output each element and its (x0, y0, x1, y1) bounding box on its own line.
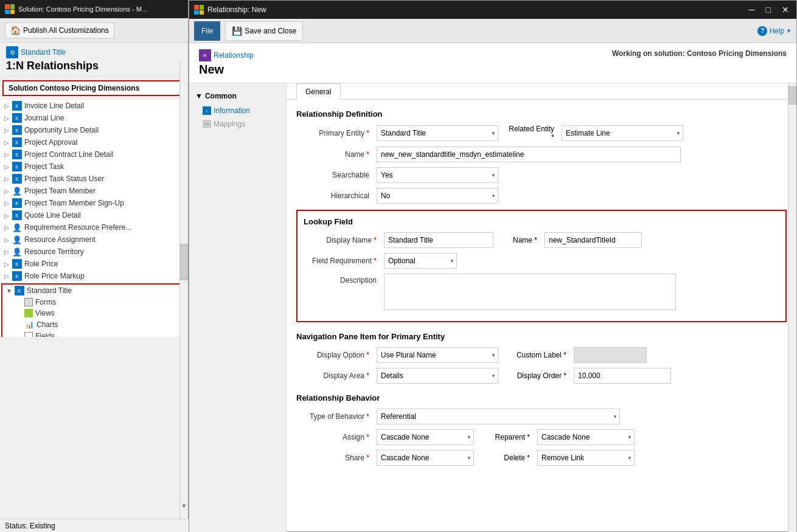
rel-header-left: R Relationship New (199, 49, 254, 77)
display-name-input[interactable] (384, 232, 493, 248)
tree-label: Resource Territory (24, 247, 84, 256)
tree-item-resource-assignment[interactable]: ▷ 👤 Resource Assignment (0, 233, 188, 246)
rel-behavior-section-title: Relationship Behavior (296, 393, 787, 402)
searchable-select[interactable]: Yes (377, 167, 498, 183)
tree-item-project-task-status[interactable]: ▷ E Project Task Status User (0, 173, 188, 185)
delete-select[interactable]: Remove Link (537, 450, 635, 466)
tab-general[interactable]: General (296, 83, 341, 100)
publish-all-btn[interactable]: 🏠 Publish All Customizations (5, 22, 114, 38)
working-on-label: Working on solution: Contoso Pricing Dim… (612, 49, 787, 58)
help-button[interactable]: ? Help ▼ (757, 26, 792, 36)
type-of-behavior-select-wrapper[interactable]: Referential (377, 409, 620, 424)
hierarchical-select[interactable]: No (377, 188, 498, 204)
solution-label: Solution Contoso Pricing Dimensions (2, 80, 186, 96)
field-requirement-select[interactable]: Optional (384, 253, 457, 269)
description-textarea[interactable] (384, 274, 676, 310)
lookup-name-input[interactable] (545, 232, 642, 248)
tree-item-quote-line[interactable]: ▷ E Quote Line Detail (0, 209, 188, 221)
share-label: Share * (296, 454, 369, 462)
rel-window-title: Relationship: New (207, 5, 266, 14)
primary-entity-label: Primary Entity * (296, 129, 369, 137)
display-name-label: Display Name * (304, 236, 377, 244)
mappings-icon: M (203, 120, 211, 128)
tree-item-requirement[interactable]: ▷ 👤 Requirement Resource Prefere... (0, 221, 188, 233)
status-bar: Status: Existing (0, 519, 189, 532)
name-input[interactable] (377, 147, 681, 162)
tabs-bar: General (287, 83, 796, 100)
save-and-close-button[interactable]: 💾 Save and Close (225, 21, 303, 41)
related-entity-select[interactable]: Estimate Line (562, 125, 683, 141)
help-dropdown-icon: ▼ (786, 28, 792, 34)
tree-item-opportunity[interactable]: ▷ E Opportunity Line Detail (0, 124, 188, 136)
tree-item-forms[interactable]: Forms (11, 297, 186, 308)
tree-item-project-team-member[interactable]: ▷ 👤 Project Team Member (0, 185, 188, 197)
tree-item-project-contract[interactable]: ▷ E Project Contract Line Detail (0, 148, 188, 161)
display-area-select[interactable]: Details (377, 368, 498, 384)
display-order-input[interactable] (574, 368, 671, 384)
share-select-wrapper[interactable]: Cascade None (377, 450, 474, 466)
rel-scrollbar[interactable] (788, 83, 796, 532)
share-delete-row: Share * Cascade None Delete * (296, 450, 787, 466)
maximize-btn[interactable]: □ (764, 5, 773, 15)
scroll-down-arrow[interactable]: ▼ (180, 502, 188, 510)
type-of-behavior-select[interactable]: Referential (377, 409, 620, 424)
field-requirement-label: Field Requirement * (304, 257, 377, 265)
standard-title-children: Forms Views 📊 Charts Fields 🔑 Keys (2, 297, 186, 337)
tree-item-charts[interactable]: 📊 Charts (11, 319, 186, 331)
close-btn[interactable]: ✕ (779, 5, 792, 15)
file-button[interactable]: File (194, 21, 220, 41)
primary-entity-select[interactable]: Standard Title (377, 125, 498, 141)
scrollbar-thumb[interactable] (180, 244, 188, 280)
hierarchical-select-wrapper[interactable]: No (377, 188, 498, 204)
tree-item-project-task[interactable]: ▷ E Project Task (0, 161, 188, 173)
searchable-label: Searchable (296, 171, 369, 179)
tree-item-role-price[interactable]: ▷ E Role Price (0, 258, 188, 270)
delete-select-wrapper[interactable]: Remove Link (537, 450, 635, 466)
tree-item-views[interactable]: Views (11, 308, 186, 319)
tree-arrow: ▷ (2, 260, 11, 268)
tree-item-role-price-markup[interactable]: ▷ E Role Price Markup (0, 270, 188, 282)
tree-label: Opportunity Line Detail (24, 126, 99, 134)
related-entity-select-wrapper[interactable]: Estimate Line (562, 125, 683, 141)
assign-select-wrapper[interactable]: Cascade None (377, 429, 474, 445)
assign-select[interactable]: Cascade None (377, 429, 474, 445)
entity-icon: E (12, 259, 22, 269)
field-requirement-select-wrapper[interactable]: Optional (384, 253, 457, 269)
share-select[interactable]: Cascade None (377, 450, 474, 466)
rel-scrollbar-thumb[interactable] (788, 86, 796, 105)
tree-label: Quote Line Detail (24, 211, 81, 219)
tree-item-fields[interactable]: Fields (11, 331, 186, 337)
reparent-select-wrapper[interactable]: Cascade None (537, 429, 635, 445)
display-option-select[interactable]: Use Plural Name (377, 347, 498, 363)
rel-title-left: Relationship: New (194, 5, 266, 15)
primary-entity-select-wrapper[interactable]: Standard Title (377, 125, 498, 141)
entity-tree[interactable]: ▷ E Invoice Line Detail ▷ E Journal Line… (0, 100, 188, 337)
primary-related-entity-row: Primary Entity * Standard Title Related … (296, 125, 787, 142)
entity-icon: E (12, 150, 22, 159)
searchable-select-wrapper[interactable]: Yes (377, 167, 498, 183)
custom-label-input[interactable] (574, 347, 647, 363)
assign-label: Assign * (296, 433, 369, 441)
person-icon: 👤 (12, 186, 22, 196)
tree-item-standard-title[interactable]: ▼ E Standard Title (2, 285, 186, 297)
main-scrollbar[interactable]: ▼ (179, 61, 188, 519)
tree-label: Journal Line (24, 114, 64, 122)
minimize-btn[interactable]: ─ (747, 5, 757, 15)
display-option-select-wrapper[interactable]: Use Plural Name (377, 347, 498, 363)
ms-logo (5, 4, 15, 14)
tree-item-project-approval[interactable]: ▷ E Project Approval (0, 136, 188, 148)
tree-item-resource-territory[interactable]: ▷ 👤 Resource Territory (0, 246, 188, 258)
custom-label-label: Custom Label * (506, 351, 566, 359)
tree-item-journal[interactable]: ▷ E Journal Line (0, 112, 188, 124)
lookup-display-name-row: Display Name * Name * (304, 232, 779, 248)
forms-icon (24, 298, 33, 306)
tree-item-project-team-member-signup[interactable]: ▷ E Project Team Member Sign-Up (0, 197, 188, 209)
tree-label: Standard Title (27, 286, 72, 295)
nav-item-information[interactable]: i Information (189, 104, 286, 117)
reparent-select[interactable]: Cascade None (537, 429, 635, 445)
hierarchical-label: Hierarchical (296, 192, 369, 200)
titlebar-controls: ─ □ ✕ (747, 5, 792, 15)
tree-item-invoice[interactable]: ▷ E Invoice Line Detail (0, 100, 188, 112)
display-area-select-wrapper[interactable]: Details (377, 368, 498, 384)
publish-icon: 🏠 (10, 26, 21, 35)
